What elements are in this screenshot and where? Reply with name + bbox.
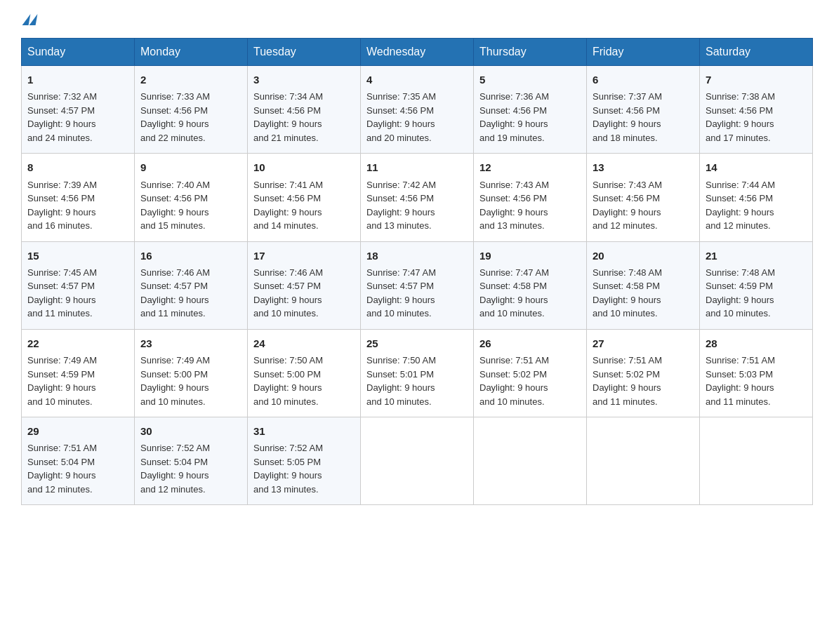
- calendar-day-cell: 16Sunrise: 7:46 AMSunset: 4:57 PMDayligh…: [135, 241, 248, 329]
- day-info: Sunrise: 7:51 AMSunset: 5:03 PMDaylight:…: [706, 354, 807, 408]
- day-of-week-header: Tuesday: [248, 39, 361, 66]
- day-info: Sunrise: 7:50 AMSunset: 5:00 PMDaylight:…: [253, 354, 355, 408]
- calendar-day-cell: [361, 417, 474, 505]
- calendar-day-cell: 19Sunrise: 7:47 AMSunset: 4:58 PMDayligh…: [474, 241, 587, 329]
- calendar-header-row: SundayMondayTuesdayWednesdayThursdayFrid…: [22, 39, 813, 66]
- calendar-week-row: 22Sunrise: 7:49 AMSunset: 4:59 PMDayligh…: [22, 329, 813, 417]
- day-info: Sunrise: 7:44 AMSunset: 4:56 PMDaylight:…: [706, 178, 807, 233]
- calendar-day-cell: 12Sunrise: 7:43 AMSunset: 4:56 PMDayligh…: [474, 154, 587, 241]
- day-number: 3: [253, 72, 355, 88]
- calendar-week-row: 29Sunrise: 7:51 AMSunset: 5:04 PMDayligh…: [22, 417, 813, 505]
- day-number: 20: [593, 248, 694, 264]
- day-number: 25: [366, 335, 468, 351]
- calendar-day-cell: [474, 417, 587, 505]
- calendar-day-cell: 25Sunrise: 7:50 AMSunset: 5:01 PMDayligh…: [361, 329, 474, 417]
- day-number: 17: [253, 248, 355, 264]
- calendar-day-cell: [700, 417, 813, 505]
- day-number: 16: [140, 248, 241, 264]
- calendar-day-cell: 8Sunrise: 7:39 AMSunset: 4:56 PMDaylight…: [22, 154, 135, 241]
- day-info: Sunrise: 7:43 AMSunset: 4:56 PMDaylight:…: [593, 178, 694, 233]
- day-info: Sunrise: 7:51 AMSunset: 5:02 PMDaylight:…: [479, 354, 581, 408]
- calendar-day-cell: 2Sunrise: 7:33 AMSunset: 4:56 PMDaylight…: [135, 66, 248, 154]
- day-number: 5: [479, 72, 581, 88]
- day-info: Sunrise: 7:34 AMSunset: 4:56 PMDaylight:…: [253, 90, 355, 145]
- calendar-day-cell: 26Sunrise: 7:51 AMSunset: 5:02 PMDayligh…: [474, 329, 587, 417]
- day-info: Sunrise: 7:33 AMSunset: 4:56 PMDaylight:…: [140, 90, 241, 145]
- day-of-week-header: Thursday: [474, 39, 587, 66]
- day-number: 6: [593, 72, 694, 88]
- day-number: 19: [479, 248, 581, 264]
- day-info: Sunrise: 7:52 AMSunset: 5:05 PMDaylight:…: [253, 441, 355, 496]
- day-info: Sunrise: 7:51 AMSunset: 5:04 PMDaylight:…: [27, 441, 128, 496]
- calendar-day-cell: 22Sunrise: 7:49 AMSunset: 4:59 PMDayligh…: [22, 329, 135, 417]
- calendar-day-cell: 1Sunrise: 7:32 AMSunset: 4:57 PMDaylight…: [22, 66, 135, 154]
- day-of-week-header: Monday: [135, 39, 248, 66]
- day-number: 9: [140, 159, 241, 175]
- calendar-day-cell: 11Sunrise: 7:42 AMSunset: 4:56 PMDayligh…: [361, 154, 474, 241]
- day-number: 21: [706, 248, 807, 264]
- day-number: 11: [366, 159, 468, 175]
- day-info: Sunrise: 7:38 AMSunset: 4:56 PMDaylight:…: [706, 90, 807, 145]
- calendar-day-cell: 21Sunrise: 7:48 AMSunset: 4:59 PMDayligh…: [700, 241, 813, 329]
- calendar-day-cell: [587, 417, 700, 505]
- day-number: 15: [27, 248, 128, 264]
- day-number: 30: [140, 423, 241, 439]
- calendar-day-cell: 5Sunrise: 7:36 AMSunset: 4:56 PMDaylight…: [474, 66, 587, 154]
- day-info: Sunrise: 7:52 AMSunset: 5:04 PMDaylight:…: [140, 441, 241, 496]
- day-number: 8: [27, 159, 128, 175]
- day-info: Sunrise: 7:45 AMSunset: 4:57 PMDaylight:…: [27, 266, 128, 321]
- calendar-day-cell: 7Sunrise: 7:38 AMSunset: 4:56 PMDaylight…: [700, 66, 813, 154]
- calendar-day-cell: 14Sunrise: 7:44 AMSunset: 4:56 PMDayligh…: [700, 154, 813, 241]
- logo: [21, 14, 37, 25]
- day-number: 14: [706, 159, 807, 175]
- calendar-day-cell: 13Sunrise: 7:43 AMSunset: 4:56 PMDayligh…: [587, 154, 700, 241]
- day-number: 29: [27, 423, 128, 439]
- day-of-week-header: Wednesday: [361, 39, 474, 66]
- calendar-day-cell: 18Sunrise: 7:47 AMSunset: 4:57 PMDayligh…: [361, 241, 474, 329]
- day-info: Sunrise: 7:37 AMSunset: 4:56 PMDaylight:…: [593, 90, 694, 145]
- calendar-day-cell: 4Sunrise: 7:35 AMSunset: 4:56 PMDaylight…: [361, 66, 474, 154]
- day-number: 22: [27, 335, 128, 351]
- calendar-day-cell: 15Sunrise: 7:45 AMSunset: 4:57 PMDayligh…: [22, 241, 135, 329]
- calendar-day-cell: 31Sunrise: 7:52 AMSunset: 5:05 PMDayligh…: [248, 417, 361, 505]
- day-info: Sunrise: 7:36 AMSunset: 4:56 PMDaylight:…: [479, 90, 581, 145]
- day-number: 31: [253, 423, 355, 439]
- calendar-day-cell: 30Sunrise: 7:52 AMSunset: 5:04 PMDayligh…: [135, 417, 248, 505]
- day-info: Sunrise: 7:46 AMSunset: 4:57 PMDaylight:…: [253, 266, 355, 321]
- day-number: 27: [593, 335, 694, 351]
- calendar-day-cell: 9Sunrise: 7:40 AMSunset: 4:56 PMDaylight…: [135, 154, 248, 241]
- day-number: 7: [706, 72, 807, 88]
- day-info: Sunrise: 7:42 AMSunset: 4:56 PMDaylight:…: [366, 178, 468, 233]
- calendar-day-cell: 10Sunrise: 7:41 AMSunset: 4:56 PMDayligh…: [248, 154, 361, 241]
- calendar-day-cell: 27Sunrise: 7:51 AMSunset: 5:02 PMDayligh…: [587, 329, 700, 417]
- day-info: Sunrise: 7:49 AMSunset: 4:59 PMDaylight:…: [27, 354, 128, 408]
- day-info: Sunrise: 7:47 AMSunset: 4:57 PMDaylight:…: [366, 266, 468, 321]
- calendar-week-row: 1Sunrise: 7:32 AMSunset: 4:57 PMDaylight…: [22, 66, 813, 154]
- day-info: Sunrise: 7:48 AMSunset: 4:58 PMDaylight:…: [593, 266, 694, 321]
- day-number: 4: [366, 72, 468, 88]
- day-info: Sunrise: 7:51 AMSunset: 5:02 PMDaylight:…: [593, 354, 694, 408]
- calendar-day-cell: 28Sunrise: 7:51 AMSunset: 5:03 PMDayligh…: [700, 329, 813, 417]
- calendar-day-cell: 3Sunrise: 7:34 AMSunset: 4:56 PMDaylight…: [248, 66, 361, 154]
- day-number: 23: [140, 335, 241, 351]
- calendar-day-cell: 17Sunrise: 7:46 AMSunset: 4:57 PMDayligh…: [248, 241, 361, 329]
- calendar-table: SundayMondayTuesdayWednesdayThursdayFrid…: [21, 38, 813, 505]
- day-info: Sunrise: 7:49 AMSunset: 5:00 PMDaylight:…: [140, 354, 241, 408]
- day-number: 2: [140, 72, 241, 88]
- calendar-week-row: 8Sunrise: 7:39 AMSunset: 4:56 PMDaylight…: [22, 154, 813, 241]
- day-of-week-header: Saturday: [700, 39, 813, 66]
- day-info: Sunrise: 7:32 AMSunset: 4:57 PMDaylight:…: [27, 90, 128, 145]
- calendar-day-cell: 23Sunrise: 7:49 AMSunset: 5:00 PMDayligh…: [135, 329, 248, 417]
- day-number: 18: [366, 248, 468, 264]
- calendar-day-cell: 20Sunrise: 7:48 AMSunset: 4:58 PMDayligh…: [587, 241, 700, 329]
- day-number: 12: [479, 159, 581, 175]
- calendar-week-row: 15Sunrise: 7:45 AMSunset: 4:57 PMDayligh…: [22, 241, 813, 329]
- day-info: Sunrise: 7:40 AMSunset: 4:56 PMDaylight:…: [140, 178, 241, 233]
- day-info: Sunrise: 7:46 AMSunset: 4:57 PMDaylight:…: [140, 266, 241, 321]
- day-info: Sunrise: 7:35 AMSunset: 4:56 PMDaylight:…: [366, 90, 468, 145]
- day-info: Sunrise: 7:41 AMSunset: 4:56 PMDaylight:…: [253, 178, 355, 233]
- day-info: Sunrise: 7:48 AMSunset: 4:59 PMDaylight:…: [706, 266, 807, 321]
- calendar-day-cell: 24Sunrise: 7:50 AMSunset: 5:00 PMDayligh…: [248, 329, 361, 417]
- day-info: Sunrise: 7:43 AMSunset: 4:56 PMDaylight:…: [479, 178, 581, 233]
- day-of-week-header: Sunday: [22, 39, 135, 66]
